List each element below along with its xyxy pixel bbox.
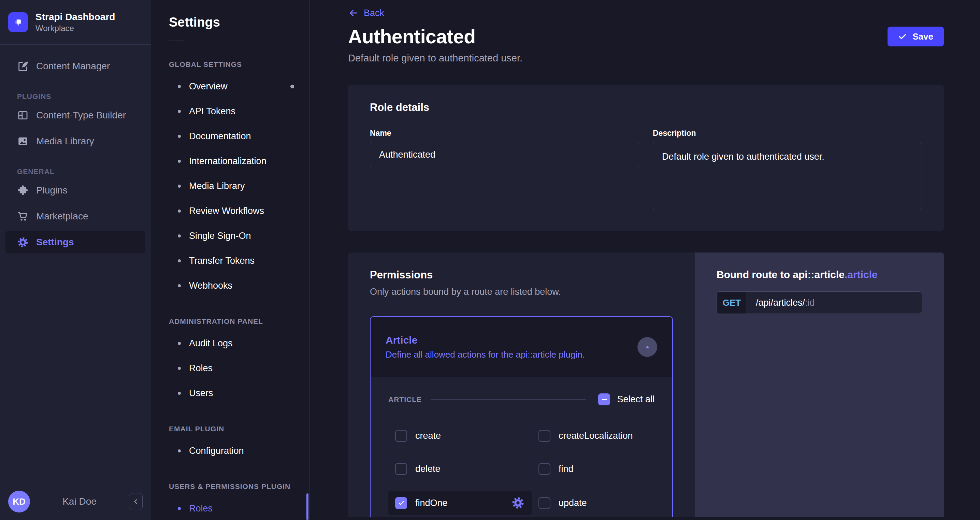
subnav-section-global-settings: GLOBAL SETTINGS Overview API Tokens Docu… [151, 60, 309, 298]
caret-up-icon [643, 343, 651, 351]
bullet-icon [178, 284, 181, 287]
subnav-section-title: EMAIL PLUGIN [169, 425, 309, 433]
subnav-item-webhooks[interactable]: Webhooks [151, 273, 309, 298]
bullet-icon [178, 135, 181, 138]
subnav-item-configuration[interactable]: Configuration [151, 439, 309, 463]
permissions-subtitle: Only actions bound by a route are listed… [370, 286, 673, 297]
strapi-logo-icon [8, 12, 28, 32]
article-accordion: Article Define all allowed actions for t… [370, 316, 673, 517]
subnav-item-label: Users [189, 388, 213, 399]
subnav-item-review-workflows[interactable]: Review Workflows [151, 199, 309, 224]
sidebar-item-label: Marketplace [36, 211, 88, 222]
subnav-item-admin-users[interactable]: Users [151, 381, 309, 406]
bound-route-panel: Bound route to api::article.article GET … [695, 253, 944, 517]
route-path-param: :id [805, 297, 815, 308]
collapse-sidebar-button[interactable] [129, 493, 143, 510]
subnav-title: Settings [169, 15, 309, 30]
select-all-control[interactable]: Select all [598, 393, 654, 406]
subnav-item-label: Internationalization [189, 156, 267, 167]
permission-findOne[interactable]: findOne [388, 491, 531, 515]
select-all-checkbox-indeterminate-icon[interactable] [598, 393, 610, 406]
bullet-icon [178, 259, 181, 262]
permission-find[interactable]: find [531, 458, 654, 480]
select-all-label: Select all [617, 394, 654, 405]
article-group-label: ARTICLE [388, 396, 422, 404]
back-link[interactable]: Back [348, 5, 384, 21]
subnav-item-label: Configuration [189, 445, 244, 456]
permissions-grid: create createLocalization delete f [388, 425, 654, 515]
subnav-item-transfer-tokens[interactable]: Transfer Tokens [151, 248, 309, 273]
subnav-item-api-tokens[interactable]: API Tokens [151, 99, 309, 124]
sidebar-item-label: Settings [36, 237, 74, 248]
name-input[interactable] [370, 142, 639, 167]
subnav-item-overview[interactable]: Overview [151, 74, 309, 99]
article-accordion-body: ARTICLE Select all create [371, 377, 672, 517]
permission-create[interactable]: create [388, 425, 531, 447]
subnav-item-label: Single Sign-On [189, 231, 251, 241]
subnav-section-title: GLOBAL SETTINGS [169, 60, 309, 68]
permission-createLocalization[interactable]: createLocalization [531, 425, 654, 447]
checkbox-unchecked-icon[interactable] [538, 430, 550, 442]
permissions-section: Permissions Only actions bound by a rout… [348, 253, 944, 517]
subnav-item-label: Audit Logs [189, 338, 233, 349]
checkbox-unchecked-icon[interactable] [395, 463, 407, 475]
user-name[interactable]: Kai Doe [37, 496, 122, 507]
checkbox-unchecked-icon[interactable] [538, 497, 550, 509]
checkbox-unchecked-icon[interactable] [395, 430, 407, 442]
divider [431, 399, 586, 400]
permissions-panel: Permissions Only actions bound by a rout… [348, 253, 695, 517]
gear-icon [17, 237, 29, 248]
sidebar-item-settings[interactable]: Settings [5, 231, 145, 253]
permission-update[interactable]: update [531, 491, 654, 515]
sidebar-section-plugins: PLUGINS [17, 92, 151, 101]
workspace-name: Workplace [35, 24, 115, 33]
article-accordion-text: Article Define all allowed actions for t… [386, 334, 585, 360]
check-icon [898, 32, 907, 41]
collapse-accordion-button[interactable] [637, 337, 657, 357]
checkbox-checked-icon[interactable] [395, 497, 407, 509]
workspace-header[interactable]: Strapi Dashboard Workplace [0, 0, 151, 45]
picture-icon [17, 135, 29, 147]
subnav-section-users-permissions-plugin: USERS & PERMISSIONS PLUGIN Roles [151, 482, 309, 520]
permission-label: delete [415, 464, 441, 474]
subnav-item-audit-logs[interactable]: Audit Logs [151, 331, 309, 356]
page-subtitle: Default role given to authenticated user… [348, 52, 944, 64]
article-accordion-header[interactable]: Article Define all allowed actions for t… [371, 317, 672, 377]
subnav-scrollbar-thumb[interactable] [306, 493, 309, 520]
permission-label: create [415, 431, 441, 441]
page-title: Authenticated [348, 25, 476, 48]
route-method-badge: GET [717, 292, 747, 313]
sidebar-item-marketplace[interactable]: Marketplace [5, 205, 145, 227]
sidebar-item-content-manager[interactable]: Content Manager [5, 55, 145, 78]
bound-route-title-accent: .article [845, 269, 878, 280]
bullet-icon [178, 160, 181, 163]
checkbox-unchecked-icon[interactable] [538, 463, 550, 475]
bullet-icon [178, 110, 181, 113]
subnav-section-title: USERS & PERMISSIONS PLUGIN [169, 482, 309, 491]
subnav-item-media-library[interactable]: Media Library [151, 174, 309, 199]
subnav-item-single-sign-on[interactable]: Single Sign-On [151, 224, 309, 248]
description-field-group: Description Default role given to authen… [653, 129, 922, 211]
sidebar-item-plugins[interactable]: Plugins [5, 179, 145, 202]
save-button[interactable]: Save [888, 27, 944, 46]
subnav-item-up-roles[interactable]: Roles [151, 496, 309, 520]
sidebar-item-content-type-builder[interactable]: Content-Type Builder [5, 104, 145, 127]
main-content: Back Authenticated Save Default role giv… [310, 0, 980, 520]
subnav-item-label: Media Library [189, 181, 245, 191]
sidebar-section-general: GENERAL [17, 167, 151, 176]
name-label: Name [370, 129, 639, 138]
subnav-item-internationalization[interactable]: Internationalization [151, 149, 309, 174]
settings-subnav: Settings GLOBAL SETTINGS Overview API To… [151, 0, 310, 520]
avatar[interactable]: KD [8, 491, 30, 512]
subnav-item-admin-roles[interactable]: Roles [151, 356, 309, 381]
permission-settings-button[interactable] [511, 496, 525, 510]
route-path: /api/articles/:id [747, 292, 922, 313]
sidebar-item-media-library[interactable]: Media Library [5, 130, 145, 153]
subnav-item-documentation[interactable]: Documentation [151, 124, 309, 149]
save-label: Save [912, 32, 933, 42]
permission-label: findOne [415, 498, 448, 509]
description-textarea[interactable]: Default role given to authenticated user… [653, 142, 922, 210]
role-details-title: Role details [370, 101, 922, 114]
permission-label: update [558, 498, 587, 509]
permission-delete[interactable]: delete [388, 458, 531, 480]
